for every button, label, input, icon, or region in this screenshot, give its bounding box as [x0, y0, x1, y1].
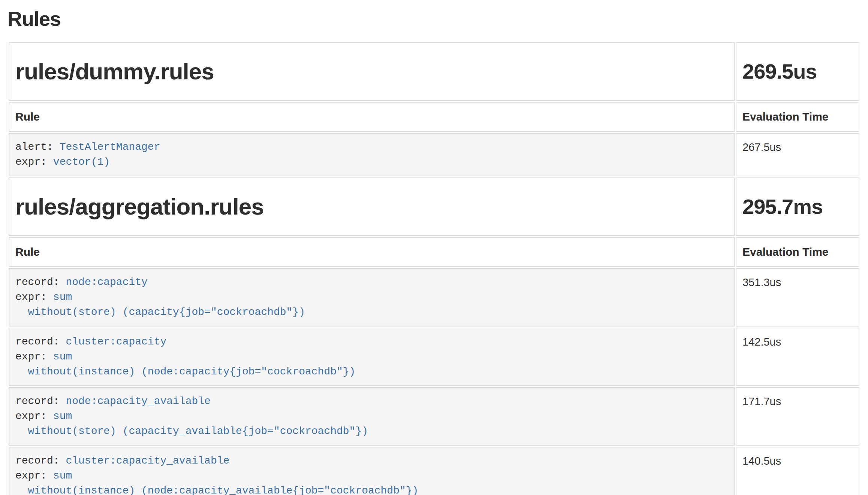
rule-field-label: expr:	[15, 291, 53, 303]
rule-group-eval-time: 269.5us	[742, 59, 853, 84]
rule-eval-time: 142.5us	[736, 328, 859, 386]
evaluation-time-column-header: Evaluation Time	[736, 237, 859, 267]
rule-group-eval-time: 295.7ms	[742, 194, 853, 219]
rules-table: rules/dummy.rules269.5usRuleEvaluation T…	[7, 41, 861, 495]
rule-field-label: expr:	[15, 470, 53, 482]
rule-name-link[interactable]: cluster:capacity	[66, 336, 166, 347]
rule-field-label: expr:	[15, 351, 53, 362]
rule-code: alert: TestAlertManager expr: vector(1)	[15, 140, 728, 170]
rule-group-eval-time-cell: 269.5us	[736, 42, 859, 101]
rule-column-header: Rule	[9, 102, 735, 132]
column-header-row: RuleEvaluation Time	[9, 102, 859, 132]
rule-code: record: node:capacity expr: sum without(…	[15, 275, 728, 320]
rule-code: record: cluster:capacity_available expr:…	[15, 453, 728, 495]
rule-field-label: record:	[15, 395, 66, 407]
rule-field-label: record:	[15, 455, 66, 467]
rules-table-body: rules/dummy.rules269.5usRuleEvaluation T…	[9, 42, 859, 495]
page-title: Rules	[7, 7, 861, 30]
rule-name-link[interactable]: node:capacity	[66, 276, 147, 288]
rule-name-link[interactable]: TestAlertManager	[60, 141, 160, 153]
rule-group-file: rules/aggregation.rules	[15, 194, 728, 219]
column-header-row: RuleEvaluation Time	[9, 237, 859, 267]
rule-field-label: alert:	[15, 141, 60, 153]
rule-definition-cell: record: cluster:capacity_available expr:…	[9, 447, 735, 495]
rule-field-label: record:	[15, 276, 66, 288]
rule-eval-time: 171.7us	[736, 387, 859, 446]
rule-row: record: cluster:capacity_available expr:…	[9, 447, 859, 495]
rule-expr-link[interactable]: sum without(store) (capacity_available{j…	[15, 410, 368, 437]
rule-row: alert: TestAlertManager expr: vector(1)2…	[9, 133, 859, 176]
rule-row: record: node:capacity expr: sum without(…	[9, 268, 859, 327]
rule-name-link[interactable]: cluster:capacity_available	[66, 455, 229, 467]
rule-row: record: cluster:capacity expr: sum witho…	[9, 328, 859, 386]
rule-eval-time: 140.5us	[736, 447, 859, 495]
rule-group-eval-time-cell: 295.7ms	[736, 177, 859, 236]
rule-definition-cell: record: node:capacity expr: sum without(…	[9, 268, 735, 327]
rule-expr-link[interactable]: sum without(instance) (node:capacity{job…	[15, 351, 355, 377]
rule-field-label: expr:	[15, 156, 53, 168]
rule-group-header-row: rules/dummy.rules269.5us	[9, 42, 859, 101]
rule-field-label: expr:	[15, 410, 53, 422]
rule-row: record: node:capacity_available expr: su…	[9, 387, 859, 446]
rule-group-header-row: rules/aggregation.rules295.7ms	[9, 177, 859, 236]
rule-group-file-cell: rules/dummy.rules	[9, 42, 735, 101]
rule-definition-cell: record: cluster:capacity expr: sum witho…	[9, 328, 735, 386]
rule-definition-cell: alert: TestAlertManager expr: vector(1)	[9, 133, 735, 176]
rule-eval-time: 351.3us	[736, 268, 859, 327]
rule-eval-time: 267.5us	[736, 133, 859, 176]
rule-code: record: cluster:capacity expr: sum witho…	[15, 334, 728, 379]
rule-group-file: rules/dummy.rules	[15, 59, 728, 84]
page-container: Rules rules/dummy.rules269.5usRuleEvalua…	[0, 7, 868, 495]
rule-field-label: record:	[15, 336, 66, 347]
rule-definition-cell: record: node:capacity_available expr: su…	[9, 387, 735, 446]
rule-group-file-cell: rules/aggregation.rules	[9, 177, 735, 236]
evaluation-time-column-header: Evaluation Time	[736, 102, 859, 132]
rule-expr-link[interactable]: sum without(store) (capacity{job="cockro…	[15, 291, 305, 318]
rule-expr-link[interactable]: sum without(instance) (node:capacity_ava…	[15, 470, 418, 495]
rule-code: record: node:capacity_available expr: su…	[15, 394, 728, 439]
rule-name-link[interactable]: node:capacity_available	[66, 395, 210, 407]
rule-expr-link[interactable]: vector(1)	[53, 156, 110, 168]
rule-column-header: Rule	[9, 237, 735, 267]
